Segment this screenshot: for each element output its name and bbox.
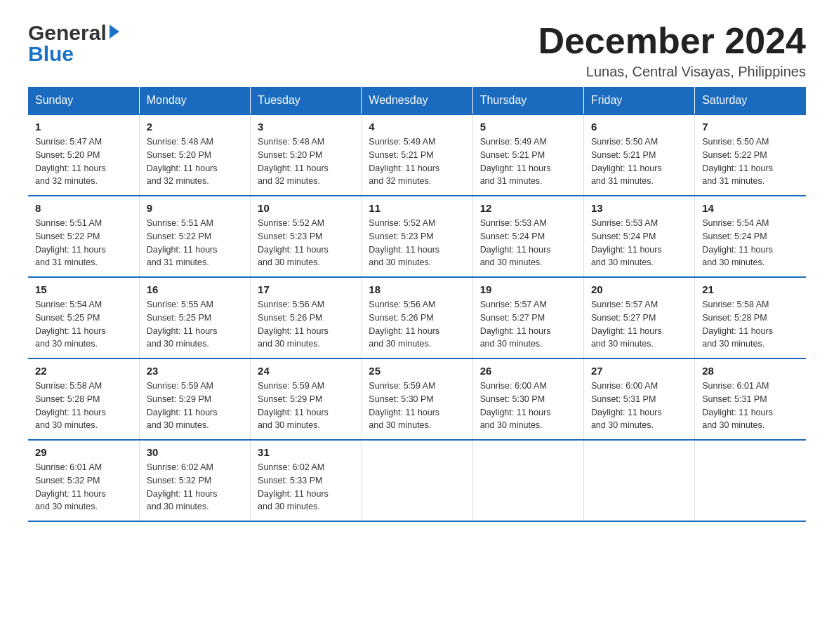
header-saturday: Saturday	[695, 87, 806, 114]
logo-blue-text: Blue	[28, 42, 74, 66]
day-number: 21	[702, 283, 799, 295]
calendar-cell: 23Sunrise: 5:59 AMSunset: 5:29 PMDayligh…	[139, 358, 250, 440]
calendar-cell: 9Sunrise: 5:51 AMSunset: 5:22 PMDaylight…	[139, 196, 250, 277]
header-wednesday: Wednesday	[362, 87, 472, 114]
day-number: 18	[369, 283, 465, 295]
day-number: 19	[480, 283, 576, 295]
day-info: Sunrise: 5:55 AMSunset: 5:25 PMDaylight:…	[147, 300, 218, 349]
calendar-cell: 19Sunrise: 5:57 AMSunset: 5:27 PMDayligh…	[472, 277, 583, 358]
day-number: 29	[35, 446, 132, 458]
calendar-cell: 25Sunrise: 5:59 AMSunset: 5:30 PMDayligh…	[362, 358, 472, 440]
location-subtitle: Lunas, Central Visayas, Philippines	[538, 64, 806, 80]
day-number: 28	[702, 365, 799, 377]
calendar-cell: 18Sunrise: 5:56 AMSunset: 5:26 PMDayligh…	[362, 277, 472, 358]
day-info: Sunrise: 5:53 AMSunset: 5:24 PMDaylight:…	[591, 218, 662, 267]
calendar-cell	[583, 440, 694, 521]
day-number: 20	[591, 283, 687, 295]
calendar-cell: 12Sunrise: 5:53 AMSunset: 5:24 PMDayligh…	[472, 196, 583, 277]
day-info: Sunrise: 5:57 AMSunset: 5:27 PMDaylight:…	[480, 300, 551, 349]
day-number: 9	[147, 202, 243, 214]
day-number: 16	[147, 283, 243, 295]
day-number: 7	[702, 121, 799, 133]
calendar-cell: 6Sunrise: 5:50 AMSunset: 5:21 PMDaylight…	[583, 114, 694, 196]
day-number: 23	[147, 365, 243, 377]
day-number: 3	[258, 121, 354, 133]
calendar-cell: 10Sunrise: 5:52 AMSunset: 5:23 PMDayligh…	[251, 196, 362, 277]
header-monday: Monday	[139, 87, 250, 114]
header-tuesday: Tuesday	[251, 87, 362, 114]
day-info: Sunrise: 5:59 AMSunset: 5:30 PMDaylight:…	[369, 381, 439, 430]
page-header: General Blue December 2024 Lunas, Centra…	[28, 21, 806, 80]
calendar-cell: 1Sunrise: 5:47 AMSunset: 5:20 PMDaylight…	[28, 114, 139, 196]
calendar-cell: 11Sunrise: 5:52 AMSunset: 5:23 PMDayligh…	[362, 196, 472, 277]
day-number: 27	[591, 365, 687, 377]
calendar-cell	[695, 440, 806, 521]
day-number: 26	[480, 365, 576, 377]
day-info: Sunrise: 5:59 AMSunset: 5:29 PMDaylight:…	[258, 381, 329, 430]
calendar-cell: 17Sunrise: 5:56 AMSunset: 5:26 PMDayligh…	[251, 277, 362, 358]
month-title: December 2024	[538, 21, 806, 61]
calendar-header-row: SundayMondayTuesdayWednesdayThursdayFrid…	[28, 87, 806, 114]
calendar-cell	[472, 440, 583, 521]
calendar-cell: 2Sunrise: 5:48 AMSunset: 5:20 PMDaylight…	[139, 114, 250, 196]
logo-arrow-icon	[110, 25, 119, 39]
day-info: Sunrise: 5:50 AMSunset: 5:22 PMDaylight:…	[702, 137, 773, 186]
calendar-cell: 5Sunrise: 5:49 AMSunset: 5:21 PMDaylight…	[472, 114, 583, 196]
calendar-cell: 26Sunrise: 6:00 AMSunset: 5:30 PMDayligh…	[472, 358, 583, 440]
day-number: 13	[591, 202, 687, 214]
day-info: Sunrise: 5:59 AMSunset: 5:29 PMDaylight:…	[147, 381, 218, 430]
day-info: Sunrise: 5:58 AMSunset: 5:28 PMDaylight:…	[35, 381, 106, 430]
day-number: 25	[369, 365, 465, 377]
week-row-5: 29Sunrise: 6:01 AMSunset: 5:32 PMDayligh…	[28, 440, 806, 521]
day-number: 12	[480, 202, 576, 214]
day-info: Sunrise: 5:58 AMSunset: 5:28 PMDaylight:…	[702, 300, 773, 349]
week-row-2: 8Sunrise: 5:51 AMSunset: 5:22 PMDaylight…	[28, 196, 806, 277]
day-info: Sunrise: 5:49 AMSunset: 5:21 PMDaylight:…	[480, 137, 551, 186]
calendar-cell: 31Sunrise: 6:02 AMSunset: 5:33 PMDayligh…	[251, 440, 362, 521]
calendar-cell	[362, 440, 472, 521]
day-info: Sunrise: 5:53 AMSunset: 5:24 PMDaylight:…	[480, 218, 551, 267]
day-number: 2	[147, 121, 243, 133]
day-number: 11	[369, 202, 465, 214]
calendar-cell: 16Sunrise: 5:55 AMSunset: 5:25 PMDayligh…	[139, 277, 250, 358]
day-number: 1	[35, 121, 132, 133]
calendar-cell: 28Sunrise: 6:01 AMSunset: 5:31 PMDayligh…	[695, 358, 806, 440]
title-section: December 2024 Lunas, Central Visayas, Ph…	[538, 21, 806, 80]
calendar-cell: 21Sunrise: 5:58 AMSunset: 5:28 PMDayligh…	[695, 277, 806, 358]
day-number: 4	[369, 121, 465, 133]
calendar-cell: 24Sunrise: 5:59 AMSunset: 5:29 PMDayligh…	[251, 358, 362, 440]
calendar-cell: 29Sunrise: 6:01 AMSunset: 5:32 PMDayligh…	[28, 440, 139, 521]
day-number: 30	[147, 446, 243, 458]
day-info: Sunrise: 5:51 AMSunset: 5:22 PMDaylight:…	[147, 218, 218, 267]
day-info: Sunrise: 5:48 AMSunset: 5:20 PMDaylight:…	[258, 137, 329, 186]
day-info: Sunrise: 5:56 AMSunset: 5:26 PMDaylight:…	[369, 300, 439, 349]
calendar-cell: 7Sunrise: 5:50 AMSunset: 5:22 PMDaylight…	[695, 114, 806, 196]
calendar-table: SundayMondayTuesdayWednesdayThursdayFrid…	[28, 87, 806, 522]
day-info: Sunrise: 6:00 AMSunset: 5:31 PMDaylight:…	[591, 381, 662, 430]
day-info: Sunrise: 5:56 AMSunset: 5:26 PMDaylight:…	[258, 300, 329, 349]
calendar-cell: 22Sunrise: 5:58 AMSunset: 5:28 PMDayligh…	[28, 358, 139, 440]
day-number: 6	[591, 121, 687, 133]
calendar-cell: 4Sunrise: 5:49 AMSunset: 5:21 PMDaylight…	[362, 114, 472, 196]
week-row-1: 1Sunrise: 5:47 AMSunset: 5:20 PMDaylight…	[28, 114, 806, 196]
day-info: Sunrise: 5:52 AMSunset: 5:23 PMDaylight:…	[258, 218, 329, 267]
day-info: Sunrise: 6:01 AMSunset: 5:32 PMDaylight:…	[35, 462, 106, 511]
week-row-3: 15Sunrise: 5:54 AMSunset: 5:25 PMDayligh…	[28, 277, 806, 358]
day-info: Sunrise: 6:00 AMSunset: 5:30 PMDaylight:…	[480, 381, 551, 430]
calendar-cell: 15Sunrise: 5:54 AMSunset: 5:25 PMDayligh…	[28, 277, 139, 358]
day-number: 14	[702, 202, 799, 214]
day-info: Sunrise: 5:49 AMSunset: 5:21 PMDaylight:…	[369, 137, 439, 186]
calendar-cell: 13Sunrise: 5:53 AMSunset: 5:24 PMDayligh…	[583, 196, 694, 277]
day-info: Sunrise: 6:02 AMSunset: 5:33 PMDaylight:…	[258, 462, 329, 511]
logo-general-text: General	[28, 21, 107, 45]
day-number: 10	[258, 202, 354, 214]
header-friday: Friday	[583, 87, 694, 114]
day-number: 8	[35, 202, 132, 214]
day-info: Sunrise: 6:02 AMSunset: 5:32 PMDaylight:…	[147, 462, 218, 511]
day-info: Sunrise: 5:54 AMSunset: 5:24 PMDaylight:…	[702, 218, 773, 267]
week-row-4: 22Sunrise: 5:58 AMSunset: 5:28 PMDayligh…	[28, 358, 806, 440]
calendar-cell: 30Sunrise: 6:02 AMSunset: 5:32 PMDayligh…	[139, 440, 250, 521]
day-info: Sunrise: 6:01 AMSunset: 5:31 PMDaylight:…	[702, 381, 773, 430]
day-number: 31	[258, 446, 354, 458]
logo: General Blue	[28, 21, 119, 66]
